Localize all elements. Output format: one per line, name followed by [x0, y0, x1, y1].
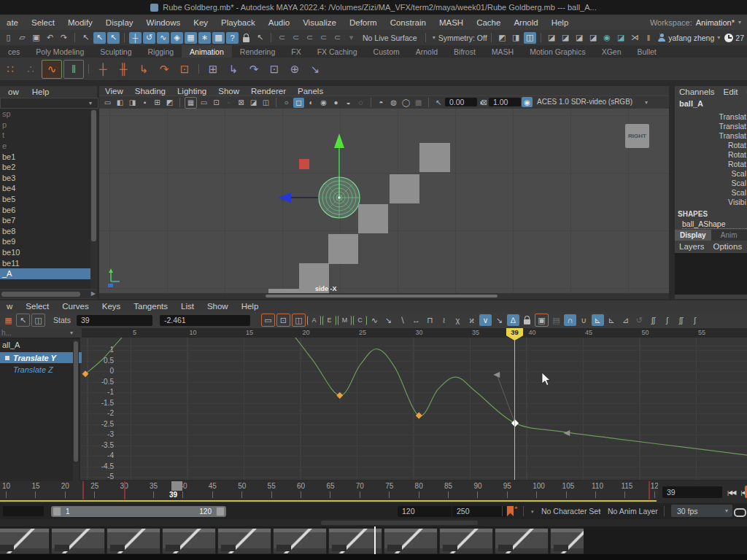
exposure-field[interactable]: 0.00: [445, 98, 477, 106]
list-item[interactable]: be3: [0, 173, 90, 184]
screen-space-ao-icon[interactable]: ◒: [343, 98, 354, 108]
fps-selector[interactable]: 30 fps ▾: [671, 505, 732, 517]
ge-select-icon[interactable]: ↖: [16, 314, 30, 327]
list-item[interactable]: e: [0, 141, 90, 152]
point-constraint-icon[interactable]: ↳: [224, 61, 243, 78]
help-mode-icon[interactable]: ?: [226, 32, 239, 44]
go-to-start-button[interactable]: |◀◀: [727, 489, 735, 496]
layer-list[interactable]: [675, 253, 747, 295]
animation-end-field[interactable]: 250: [452, 506, 506, 517]
grid-toggle-icon[interactable]: ▦: [185, 97, 197, 109]
unify-tangents-icon[interactable]: ↘: [493, 314, 506, 326]
tab-display[interactable]: Display: [675, 230, 711, 241]
normalize-icon[interactable]: ⊾: [592, 314, 604, 326]
shelf-tab-mash[interactable]: MASH: [484, 47, 522, 56]
graph-menu-keys[interactable]: Keys: [96, 302, 128, 311]
user-name[interactable]: yafang zheng: [668, 34, 714, 42]
post-cycle-icon[interactable]: ʃʃ: [675, 314, 687, 326]
channel-row[interactable]: Rotat: [675, 150, 747, 160]
clamped-tangent-icon[interactable]: ↘: [382, 314, 395, 326]
snap-point-icon[interactable]: ⊂: [303, 32, 316, 44]
shelf-tab-custom[interactable]: Custom: [365, 47, 408, 56]
new-scene-icon[interactable]: ▯: [2, 32, 15, 44]
stair-cube[interactable]: [419, 143, 450, 172]
select-camera-icon[interactable]: ▭: [102, 98, 113, 108]
undo-icon[interactable]: ↶: [44, 32, 56, 44]
set-breakdown-icon[interactable]: ╫: [114, 61, 133, 78]
chevron-down-icon[interactable]: ▾: [717, 34, 720, 41]
channel-box-menu-channels[interactable]: Channels: [675, 88, 719, 96]
gamma-field[interactable]: 1.00: [489, 98, 521, 106]
scale-tool-icon[interactable]: ◈: [171, 32, 183, 44]
menu-constrain[interactable]: Constrain: [384, 18, 433, 27]
graph-time-ruler[interactable]: 510152025303540455055: [82, 328, 747, 338]
resolution-gate-icon[interactable]: ⊡: [211, 98, 222, 108]
channel-row[interactable]: Translat: [675, 131, 747, 141]
set-key-scale-icon[interactable]: ⊡: [175, 61, 194, 78]
graph-menu-select[interactable]: Select: [19, 302, 55, 311]
current-frame-field[interactable]: 39: [662, 486, 722, 498]
tangent-handle[interactable]: [493, 372, 500, 378]
add-keys-icon[interactable]: ⊡: [276, 314, 290, 327]
bg-gradient-icon[interactable]: ▩: [413, 98, 424, 108]
spline-tangent-icon[interactable]: ∿: [368, 314, 381, 326]
list-item[interactable]: be5: [0, 194, 90, 205]
save-scene-icon[interactable]: ▣: [30, 32, 42, 44]
current-frame-marker[interactable]: [171, 481, 182, 491]
graph-channel-item[interactable]: Translate Z: [13, 365, 53, 374]
list-item[interactable]: be2: [0, 162, 90, 173]
pause-icon[interactable]: ‖: [643, 32, 655, 44]
chevron-down-icon[interactable]: ▾: [738, 19, 741, 26]
y-axis-arrow[interactable]: [334, 133, 344, 148]
input-panel-icon[interactable]: ◩: [496, 32, 508, 44]
user-account-icon[interactable]: [658, 34, 665, 42]
set-key-translate-icon[interactable]: ↳: [134, 61, 153, 78]
symmetry-chevron-icon[interactable]: ▾: [433, 34, 436, 41]
menu-select[interactable]: Select: [25, 18, 61, 27]
shelf-tab-arnold[interactable]: Arnold: [408, 47, 446, 56]
lock-camera-icon[interactable]: ◧: [115, 98, 125, 108]
graph-menu-list[interactable]: List: [174, 302, 201, 311]
viewport-menu-show[interactable]: Show: [212, 87, 245, 96]
denormalize-icon[interactable]: ⊾: [605, 314, 618, 326]
lattice-deform-icon[interactable]: ◫: [292, 314, 306, 327]
shelf-tab-fx-caching[interactable]: FX Caching: [309, 47, 365, 56]
field-chart-icon[interactable]: ⊠: [236, 98, 247, 108]
redo-icon[interactable]: ↷: [58, 32, 70, 44]
orient-constraint-icon[interactable]: ↷: [244, 61, 263, 78]
channel-box-menu-edit[interactable]: Edit: [719, 88, 743, 96]
swap-buffer-icon[interactable]: ϰ: [465, 314, 478, 326]
list-item[interactable]: t: [0, 130, 90, 141]
shaded-icon[interactable]: ◻: [293, 98, 304, 108]
time-snap-icon[interactable]: ▤: [550, 314, 562, 326]
viewport-menu-lighting[interactable]: Lighting: [171, 87, 212, 96]
bookmark-icon[interactable]: [507, 506, 514, 516]
lock-tangent-icon[interactable]: [521, 314, 533, 326]
rotate-tool-icon[interactable]: ↺: [143, 32, 155, 44]
list-item[interactable]: be8: [0, 226, 90, 237]
stair-cube[interactable]: [390, 174, 419, 203]
film-gate-icon[interactable]: ▭: [198, 98, 209, 108]
menu-arnold[interactable]: Arnold: [507, 18, 544, 27]
motion-blur-icon[interactable]: ◌: [355, 98, 366, 108]
post-cycle-offset-icon[interactable]: ʃ: [689, 314, 701, 326]
viewport-menu-shading[interactable]: Shading: [129, 87, 171, 96]
cut-icon[interactable]: ⋊: [629, 32, 641, 44]
shape-node-name[interactable]: ball_AShape: [682, 219, 747, 229]
render-sequence-icon[interactable]: ◪: [615, 32, 627, 44]
shelf-tab-motion-graphics[interactable]: Motion Graphics: [522, 47, 593, 56]
channel-row[interactable]: Translat: [675, 112, 747, 122]
tab-anim[interactable]: Anim: [711, 230, 747, 241]
viewport-scrollbar[interactable]: [99, 293, 669, 299]
z-axis-arrow[interactable]: [278, 192, 291, 203]
filmstrip-frame[interactable]: [273, 528, 327, 554]
linear-tangent-icon[interactable]: ∖: [396, 314, 409, 326]
menu-playback[interactable]: Playback: [214, 18, 262, 27]
filmstrip-frame[interactable]: [217, 528, 271, 554]
clock-icon[interactable]: [724, 34, 733, 42]
outliner-hscrollbar[interactable]: ▶: [0, 290, 97, 298]
color-management-icon[interactable]: ◉: [522, 97, 533, 107]
curve-path[interactable]: [85, 338, 747, 456]
shelf-tab-fx[interactable]: FX: [283, 47, 309, 56]
menu-audio[interactable]: Audio: [262, 18, 296, 27]
